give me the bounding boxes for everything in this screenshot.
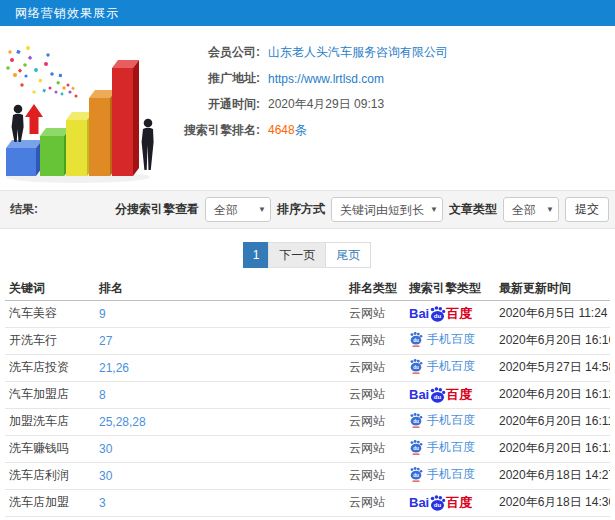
keyword-cell: 洗车赚钱吗 bbox=[5, 435, 95, 462]
rank-cell[interactable]: 3 bbox=[95, 489, 345, 516]
rank-type-cell: 云网站 bbox=[345, 408, 405, 435]
table-row: 洗车赚钱吗 30 云网站 Baidu百度 du 手机百度 2020年6月20日 … bbox=[5, 435, 610, 462]
rank-cell[interactable]: 21,26 bbox=[95, 354, 345, 381]
article-type-select-wrap: 全部 ▼ bbox=[503, 197, 559, 222]
ranking-count-value[interactable]: 4648条 bbox=[268, 122, 307, 139]
results-table-wrap: 关键词 排名 排名类型 搜索引擎类型 最新更新时间 汽车美容 9 云网站 Bai… bbox=[0, 278, 615, 517]
svg-text:du: du bbox=[413, 446, 419, 451]
keyword-cell: 开洗车行 bbox=[5, 327, 95, 354]
table-header-row: 关键词 排名 排名类型 搜索引擎类型 最新更新时间 bbox=[5, 278, 610, 300]
svg-text:du: du bbox=[434, 394, 442, 400]
updated-cell: 2020年6月18日 14:30 bbox=[495, 489, 610, 516]
baidu-paw-icon: du bbox=[429, 387, 446, 403]
app-header: 网络营销效果展示 bbox=[0, 0, 615, 26]
svg-text:du: du bbox=[413, 338, 419, 343]
baidu-paw-icon: du bbox=[429, 306, 446, 322]
mobile-baidu-logo: du 手机百度 bbox=[409, 358, 475, 375]
svg-text:du: du bbox=[434, 502, 442, 508]
member-profile: 会员公司: 山东老人头汽车服务咨询有限公司 推广地址: https://www.… bbox=[160, 30, 615, 190]
bar-green bbox=[40, 128, 70, 176]
pagination: 1 下一页 尾页 bbox=[0, 242, 615, 268]
company-label: 会员公司: bbox=[160, 44, 260, 61]
keyword-cell: 加盟洗车店 bbox=[5, 408, 95, 435]
profile-row-ranking-count: 搜索引擎排名: 4648条 bbox=[160, 118, 615, 143]
svg-text:du: du bbox=[413, 473, 419, 478]
company-link[interactable]: 山东老人头汽车服务咨询有限公司 bbox=[268, 44, 448, 61]
keyword-cell: 洗车店加盟 bbox=[5, 489, 95, 516]
mobile-baidu-paw-icon: du bbox=[409, 413, 423, 428]
mobile-baidu-paw-icon: du bbox=[409, 332, 423, 347]
open-time-value: 2020年4月29日 09:13 bbox=[268, 96, 384, 113]
bar-red bbox=[112, 60, 139, 176]
engine-type-cell: Baidu百度 du 手机百度 bbox=[405, 354, 495, 381]
engine-filter-label: 分搜索引擎查看 bbox=[115, 201, 199, 218]
rank-type-cell: 云网站 bbox=[345, 435, 405, 462]
engine-type-cell: Baidu百度 du 手机百度 bbox=[405, 381, 495, 408]
person-right bbox=[142, 119, 154, 170]
table-row: 汽车加盟店 8 云网站 Baidu百度 du 手机百度 2020年6月20日 1… bbox=[5, 381, 610, 408]
updated-cell: 2020年6月18日 14:27 bbox=[495, 462, 610, 489]
bar-blue bbox=[6, 140, 42, 176]
filter-band: 结果: 分搜索引擎查看 全部 ▼ 排序方式 关键词由短到长排序 ▼ 文章类型 全… bbox=[0, 190, 615, 229]
top-section: 会员公司: 山东老人头汽车服务咨询有限公司 推广地址: https://www.… bbox=[0, 26, 615, 190]
rank-cell[interactable]: 27 bbox=[95, 327, 345, 354]
table-row: 开洗车行 27 云网站 Baidu百度 du 手机百度 2020年6月20日 1… bbox=[5, 327, 610, 354]
engine-type-cell: Baidu百度 du 手机百度 bbox=[405, 408, 495, 435]
submit-button[interactable]: 提交 bbox=[565, 197, 609, 222]
keyword-cell: 洗车店投资 bbox=[5, 354, 95, 381]
profile-row-url: 推广地址: https://www.lrtlsd.com bbox=[160, 66, 615, 91]
svg-text:du: du bbox=[434, 313, 442, 319]
mobile-baidu-paw-icon: du bbox=[409, 467, 423, 482]
bar-chart-growth-illustration bbox=[0, 30, 160, 190]
page-1-button[interactable]: 1 bbox=[243, 242, 270, 268]
last-page-button[interactable]: 尾页 bbox=[325, 242, 371, 268]
rank-type-cell: 云网站 bbox=[345, 489, 405, 516]
header-rank-type: 排名类型 bbox=[345, 278, 405, 300]
mobile-baidu-paw-icon: du bbox=[409, 359, 423, 374]
updated-cell: 2020年5月27日 14:58 bbox=[495, 354, 610, 381]
table-body: 汽车美容 9 云网站 Baidu百度 du 手机百度 2020年6月5日 11:… bbox=[5, 300, 610, 516]
ranking-count-label: 搜索引擎排名: bbox=[160, 122, 260, 139]
header-keyword: 关键词 bbox=[5, 278, 95, 300]
profile-row-open-time: 开通时间: 2020年4月29日 09:13 bbox=[160, 92, 615, 117]
rank-type-cell: 云网站 bbox=[345, 300, 405, 327]
rank-type-cell: 云网站 bbox=[345, 381, 405, 408]
baidu-logo: Baidu百度 bbox=[409, 305, 472, 323]
table-row: 洗车店投资 21,26 云网站 Baidu百度 du 手机百度 2020年5月2… bbox=[5, 354, 610, 381]
rank-cell[interactable]: 25,28,28 bbox=[95, 408, 345, 435]
next-page-button[interactable]: 下一页 bbox=[268, 242, 326, 268]
filter-controls: 分搜索引擎查看 全部 ▼ 排序方式 关键词由短到长排序 ▼ 文章类型 全部 ▼ … bbox=[115, 197, 609, 222]
header-updated: 最新更新时间 bbox=[495, 278, 610, 300]
engine-type-cell: Baidu百度 du 手机百度 bbox=[405, 300, 495, 327]
updated-cell: 2020年6月5日 11:24 bbox=[495, 300, 610, 327]
header-engine-type: 搜索引擎类型 bbox=[405, 278, 495, 300]
rank-cell[interactable]: 9 bbox=[95, 300, 345, 327]
table-row: 加盟洗车店 25,28,28 云网站 Baidu百度 du 手机百度 2020年… bbox=[5, 408, 610, 435]
updated-cell: 2020年6月20日 16:12 bbox=[495, 435, 610, 462]
bar-orange bbox=[89, 90, 116, 176]
updated-cell: 2020年6月20日 16:12 bbox=[495, 381, 610, 408]
promo-url-label: 推广地址: bbox=[160, 70, 260, 87]
up-arrow bbox=[25, 104, 43, 134]
rank-cell[interactable]: 30 bbox=[95, 462, 345, 489]
engine-filter-select[interactable]: 全部 bbox=[205, 197, 271, 222]
table-row: 洗车店利润 30 云网站 Baidu百度 du 手机百度 2020年6月18日 … bbox=[5, 462, 610, 489]
header-rank: 排名 bbox=[95, 278, 345, 300]
table-row: 洗车店加盟 3 云网站 Baidu百度 du 手机百度 2020年6月18日 1… bbox=[5, 489, 610, 516]
profile-row-company: 会员公司: 山东老人头汽车服务咨询有限公司 bbox=[160, 40, 615, 65]
rank-type-cell: 云网站 bbox=[345, 354, 405, 381]
rank-cell[interactable]: 30 bbox=[95, 435, 345, 462]
page-title: 网络营销效果展示 bbox=[15, 6, 119, 20]
engine-type-cell: Baidu百度 du 手机百度 bbox=[405, 489, 495, 516]
article-type-select[interactable]: 全部 bbox=[503, 197, 559, 222]
svg-text:du: du bbox=[413, 365, 419, 370]
promo-url-link[interactable]: https://www.lrtlsd.com bbox=[268, 72, 384, 86]
mobile-baidu-logo: du 手机百度 bbox=[409, 412, 475, 429]
mobile-baidu-logo: du 手机百度 bbox=[409, 466, 475, 483]
keyword-cell: 汽车美容 bbox=[5, 300, 95, 327]
sort-mode-select[interactable]: 关键词由短到长排序 bbox=[331, 197, 443, 222]
engine-type-cell: Baidu百度 du 手机百度 bbox=[405, 462, 495, 489]
mobile-baidu-logo: du 手机百度 bbox=[409, 331, 475, 348]
baidu-logo: Baidu百度 bbox=[409, 494, 472, 512]
rank-cell[interactable]: 8 bbox=[95, 381, 345, 408]
